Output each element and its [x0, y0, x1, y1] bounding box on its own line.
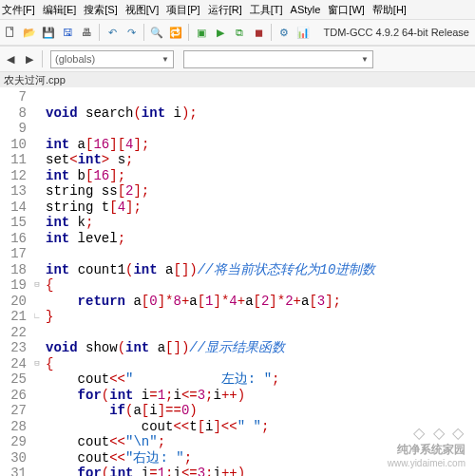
fold-marker[interactable]: [32, 388, 42, 404]
fold-marker[interactable]: [32, 168, 42, 184]
fold-marker[interactable]: ∟: [32, 309, 42, 325]
fold-marker[interactable]: [32, 450, 42, 466]
menu-search[interactable]: 搜索[S]: [84, 3, 117, 17]
find-icon[interactable]: 🔍: [148, 24, 165, 41]
line-number: 16: [2, 231, 27, 247]
scope-value: (globals): [55, 53, 95, 65]
code-line[interactable]: cout<<"\n";: [46, 434, 375, 450]
svg-rect-0: [7, 28, 13, 37]
rebuild-icon[interactable]: ◼: [250, 24, 267, 41]
compiler-selector[interactable]: TDM-GCC 4.9.2 64-bit Release: [324, 27, 469, 38]
menu-edit[interactable]: 编辑[E]: [43, 3, 76, 17]
save-all-icon[interactable]: 🖫: [59, 24, 76, 41]
code-line[interactable]: [46, 246, 375, 262]
menu-view[interactable]: 视图[V]: [125, 3, 159, 17]
next-bookmark-icon[interactable]: ▶: [21, 50, 38, 67]
code-line[interactable]: cout<<"右边: ";: [46, 450, 375, 466]
editor-tab[interactable]: 农夫过河.cpp: [4, 73, 66, 87]
line-number: 26: [2, 388, 27, 404]
line-number: 17: [2, 246, 27, 262]
code-line[interactable]: return a[0]*8+a[1]*4+a[2]*2+a[3];: [46, 294, 375, 310]
fold-marker[interactable]: [32, 200, 42, 216]
fold-marker[interactable]: [32, 294, 42, 310]
chevron-down-icon: ▼: [361, 55, 369, 64]
code-line[interactable]: [46, 325, 375, 341]
code-line[interactable]: int count1(int a[])//将当前状态转化为10进制数: [46, 262, 375, 278]
menu-file[interactable]: 文件[F]: [2, 3, 35, 17]
replace-icon[interactable]: 🔁: [167, 24, 184, 41]
line-number: 29: [2, 434, 27, 450]
menu-tools[interactable]: 工具[T]: [250, 3, 283, 17]
code-line[interactable]: for(int i=1;i<=3;i++): [46, 388, 375, 404]
compile-run-icon[interactable]: ⧉: [231, 24, 248, 41]
code-line[interactable]: for(int i=1;i<=3;i++): [46, 466, 375, 476]
fold-marker[interactable]: [32, 121, 42, 137]
fold-marker[interactable]: [32, 137, 42, 153]
fold-marker[interactable]: [32, 231, 42, 247]
fold-marker[interactable]: [32, 152, 42, 168]
line-number: 14: [2, 200, 27, 216]
menu-project[interactable]: 项目[P]: [166, 3, 200, 17]
fold-marker[interactable]: [32, 89, 42, 105]
fold-marker[interactable]: ⊟: [32, 356, 42, 372]
fold-marker[interactable]: [32, 371, 42, 388]
open-folder-icon[interactable]: 📂: [21, 24, 38, 41]
code-line[interactable]: int b[16];: [46, 168, 375, 184]
profile-icon[interactable]: 📊: [294, 24, 312, 41]
save-icon[interactable]: 💾: [40, 24, 57, 41]
compile-icon[interactable]: ▣: [193, 24, 210, 41]
code-area[interactable]: void search(int i); int a[16][4];set<int…: [42, 87, 375, 476]
menu-run[interactable]: 运行[R]: [208, 3, 242, 17]
line-number: 18: [2, 262, 27, 278]
line-number: 31: [2, 466, 27, 476]
line-number: 22: [2, 325, 27, 341]
menu-bar: 文件[F] 编辑[E] 搜索[S] 视图[V] 项目[P] 运行[R] 工具[T…: [0, 0, 475, 19]
fold-marker[interactable]: [32, 434, 42, 450]
menu-window[interactable]: 窗口[W]: [328, 3, 365, 17]
fold-marker[interactable]: [32, 325, 42, 341]
code-line[interactable]: int level;: [46, 231, 375, 247]
code-line[interactable]: cout<<" 左边: ";: [46, 371, 375, 388]
new-file-icon[interactable]: [2, 24, 19, 41]
fold-marker[interactable]: [32, 246, 42, 262]
line-number: 24: [2, 356, 27, 372]
fold-marker[interactable]: [32, 403, 42, 419]
code-line[interactable]: [46, 121, 375, 137]
code-line[interactable]: set<int> s;: [46, 152, 375, 168]
line-number: 23: [2, 340, 27, 356]
code-editor[interactable]: 7891011121314151617181920212223242526272…: [0, 87, 475, 476]
fold-marker[interactable]: [32, 262, 42, 278]
menu-astyle[interactable]: AStyle: [291, 4, 321, 15]
line-number: 8: [2, 105, 27, 122]
toolbar-sep: [99, 24, 100, 41]
fold-marker[interactable]: [32, 419, 42, 435]
fold-marker[interactable]: [32, 105, 42, 122]
code-line[interactable]: void show(int a[])//显示结果函数: [46, 340, 375, 356]
code-line[interactable]: {: [46, 356, 375, 372]
code-line[interactable]: string ss[2];: [46, 183, 375, 200]
code-line[interactable]: int a[16][4];: [46, 137, 375, 153]
prev-bookmark-icon[interactable]: ◀: [2, 50, 19, 67]
debug-icon[interactable]: ⚙: [276, 24, 293, 41]
undo-icon[interactable]: ↶: [104, 24, 121, 41]
scope-selector[interactable]: (globals) ▼: [50, 50, 174, 68]
fold-marker[interactable]: [32, 183, 42, 200]
menu-help[interactable]: 帮助[H]: [372, 3, 407, 17]
code-line[interactable]: cout<<t[i]<<" ";: [46, 419, 375, 435]
code-line[interactable]: {: [46, 277, 375, 294]
function-selector[interactable]: ▼: [183, 50, 373, 68]
fold-marker[interactable]: ⊟: [32, 277, 42, 294]
print-icon[interactable]: 🖶: [78, 24, 95, 41]
fold-marker[interactable]: [32, 340, 42, 356]
code-line[interactable]: [46, 89, 375, 105]
code-line[interactable]: void search(int i);: [46, 105, 375, 122]
code-line[interactable]: int k;: [46, 215, 375, 231]
fold-marker[interactable]: [32, 215, 42, 231]
fold-marker[interactable]: [32, 466, 42, 476]
code-line[interactable]: if(a[i]==0): [46, 403, 375, 419]
redo-icon[interactable]: ↷: [123, 24, 140, 41]
toolbar-sep: [271, 24, 272, 41]
code-line[interactable]: string t[4];: [46, 200, 375, 216]
code-line[interactable]: }: [46, 309, 375, 325]
run-icon[interactable]: ▶: [212, 24, 229, 41]
